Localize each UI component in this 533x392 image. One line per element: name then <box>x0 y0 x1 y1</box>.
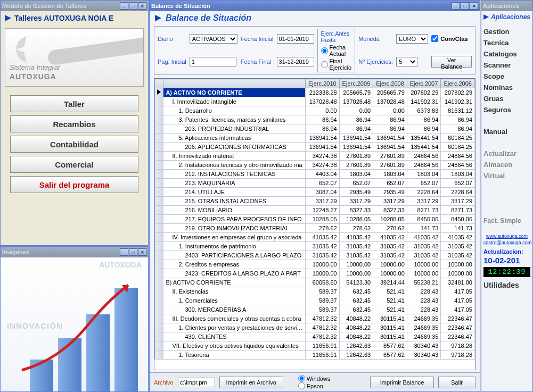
nav-button-comercial[interactable]: Comercial <box>10 156 138 173</box>
table-row[interactable]: 1. Comerciales589.37632.45521.41228.4341… <box>155 296 475 305</box>
imprimir-archivo-button[interactable]: Imprimir en Archivo <box>219 377 283 388</box>
utilidades-link[interactable]: Utilidades <box>483 279 530 291</box>
diario-select[interactable]: ACTIVADOS <box>190 34 237 44</box>
row-selector[interactable] <box>155 242 163 251</box>
row-selector[interactable] <box>155 134 163 143</box>
table-row[interactable]: 203. PROPIEDAD INDUSTRIAL86.9486.9486.94… <box>155 124 475 134</box>
radio-input[interactable] <box>321 61 328 68</box>
table-row[interactable]: 5. Aplicaciones informaticas136941.54136… <box>155 134 475 143</box>
archivo-input[interactable] <box>178 378 215 387</box>
titlebar[interactable]: Balance de Situación _ □ ✕ <box>150 1 480 11</box>
balance-grid[interactable]: Ejerc.2010Ejerc.2009Ejerc.2008Ejerc.2007… <box>154 78 475 370</box>
row-selector[interactable] <box>155 97 163 106</box>
row-selector[interactable] <box>155 341 163 351</box>
table-row[interactable]: 1. Desarrollo0.000.000.006373.8381631.12 <box>155 106 475 115</box>
radio-input[interactable] <box>321 47 328 54</box>
table-row[interactable]: 2. Instalaciones tecnicas y otro inmovil… <box>155 161 475 170</box>
row-selector[interactable] <box>155 251 163 260</box>
imprimir-balance-button[interactable]: Imprimir Balance <box>370 377 434 388</box>
fechainicial-input[interactable] <box>277 34 314 44</box>
row-selector[interactable] <box>155 124 163 134</box>
close-button[interactable]: ✕ <box>138 248 146 256</box>
maximize-button[interactable]: □ <box>129 248 137 256</box>
row-selector[interactable] <box>155 260 163 269</box>
table-row[interactable]: 1. Clientes por ventas y prestaciones de… <box>155 323 475 332</box>
table-row[interactable]: IV. Inversiones en empresas del grupo y … <box>155 233 475 242</box>
table-row[interactable]: 215. OTRAS INSTALACIONES3317.293317.2933… <box>155 197 475 206</box>
close-button[interactable]: ✕ <box>470 2 478 10</box>
table-row[interactable]: 212. INSTALACIONES TECNICAS4403.041803.0… <box>155 170 475 179</box>
minimize-button[interactable]: _ <box>120 248 128 256</box>
app-link-catalogos[interactable]: Catalogos <box>483 48 530 60</box>
table-row[interactable]: 430. CLIENTES47812.3240848.2230115.41246… <box>155 332 475 341</box>
windows-radio[interactable]: Windows <box>298 375 331 382</box>
fact-simple-link[interactable]: Fact. Simple <box>483 215 530 226</box>
table-row[interactable]: 219. OTRO INMOVILIZADO MATERIAL278.62278… <box>155 224 475 233</box>
nav-button-taller[interactable]: Taller <box>10 95 138 112</box>
table-row[interactable]: 2403. PARTICIPACIONES A LARGO PLAZO31035… <box>155 251 475 260</box>
titlebar[interactable]: Imágenes _ □ ✕ <box>1 247 148 257</box>
column-year[interactable]: Ejerc.2008 <box>373 79 407 88</box>
app-link-nominas[interactable]: Nominas <box>483 82 530 93</box>
table-row[interactable]: 2. Creditos a empresas10000.0010000.0010… <box>155 260 475 269</box>
table-row[interactable]: 213. MAQUINARIA652.07652.07652.07652.076… <box>155 179 475 188</box>
table-row[interactable]: II. Existencias589.37632.45521.41228.434… <box>155 287 475 296</box>
row-selector[interactable] <box>155 351 163 360</box>
row-selector[interactable] <box>155 305 163 314</box>
row-selector[interactable] <box>155 152 163 161</box>
row-selector[interactable] <box>155 170 163 179</box>
row-selector[interactable] <box>155 115 163 124</box>
row-selector[interactable] <box>155 287 163 296</box>
convctas-checkbox[interactable]: ConvCtas <box>431 35 472 42</box>
row-selector[interactable] <box>155 278 163 287</box>
fechafinal-input[interactable] <box>277 57 314 66</box>
nav-button-contabilidad[interactable]: Contabilidad <box>10 136 138 153</box>
table-row[interactable]: A) ACTIVO NO CORRIENTE212338.28205665.79… <box>155 88 475 97</box>
table-row[interactable]: 3. Patentes, licencias, marcas y similar… <box>155 115 475 124</box>
manual-link[interactable]: Manual <box>483 126 530 137</box>
table-row[interactable]: VII. Efectivo y otros activos liquidos e… <box>155 341 475 351</box>
row-selector[interactable] <box>155 188 163 197</box>
nav-button-salir-del-programa[interactable]: Salir del programa <box>10 176 138 193</box>
table-row[interactable]: 300. MERCADERIAS A589.37632.45521.41228.… <box>155 305 475 314</box>
minimize-button[interactable]: _ <box>120 2 128 10</box>
column-year[interactable]: Ejerc.2006 <box>441 79 475 88</box>
verbalance-button[interactable]: Ver Balance <box>431 56 472 68</box>
row-selector[interactable] <box>155 332 163 341</box>
table-row[interactable]: 1. Instrumentos de patrimonio31035.42310… <box>155 242 475 251</box>
row-selector[interactable] <box>155 323 163 332</box>
app-link-gruas[interactable]: Gruas <box>483 93 530 104</box>
app-link-virtual[interactable]: Virtual <box>483 170 530 181</box>
minimize-button[interactable]: _ <box>452 2 460 10</box>
table-row[interactable]: 206. APLICACIONES INFORMATICAS136941.541… <box>155 143 475 152</box>
table-row[interactable]: B) ACTIVO CORRIENTE60058.6054123.3039214… <box>155 278 475 287</box>
fechaactual-radio[interactable]: Fecha Actual <box>321 44 352 57</box>
row-selector[interactable] <box>155 206 163 215</box>
table-row[interactable]: I. Inmovilizado intangible137028.4813702… <box>155 97 475 106</box>
maximize-button[interactable]: □ <box>129 2 137 10</box>
salir-button[interactable]: Salir <box>438 377 475 388</box>
nejercicios-select[interactable]: 5 <box>396 57 417 66</box>
table-row[interactable]: II. Inmovilizado material34274.3827601.8… <box>155 152 475 161</box>
row-selector[interactable] <box>155 224 163 233</box>
row-selector[interactable] <box>155 269 163 278</box>
row-selector[interactable] <box>155 296 163 305</box>
app-link-actualizar[interactable]: Actualizar <box>483 148 530 159</box>
checkbox-input[interactable] <box>431 35 438 42</box>
app-link-scope[interactable]: Scope <box>483 71 530 82</box>
table-row[interactable]: 2423. CREDITOS A LARGO PLAZO A PART10000… <box>155 269 475 278</box>
column-year[interactable]: Ejerc.2007 <box>407 79 441 88</box>
app-link-seguros[interactable]: Seguros <box>483 104 530 115</box>
row-selector[interactable] <box>155 88 163 97</box>
titlebar[interactable]: Aplicaciones <box>481 1 532 11</box>
app-link-scanner[interactable]: Scanner <box>483 60 530 71</box>
table-row[interactable]: III. Deudores comerciales y otras cuenta… <box>155 314 475 323</box>
email-link[interactable]: castro@autoxuga.com <box>483 240 530 245</box>
row-selector[interactable] <box>155 314 163 323</box>
paginicial-input[interactable] <box>190 57 236 66</box>
close-button[interactable]: ✕ <box>138 2 146 10</box>
table-row[interactable]: 214. UTILLAJE3087.042935.492935.492228.6… <box>155 188 475 197</box>
row-selector[interactable] <box>155 106 163 115</box>
row-selector[interactable] <box>155 233 163 242</box>
app-link-gestion[interactable]: Gestion <box>483 26 530 37</box>
